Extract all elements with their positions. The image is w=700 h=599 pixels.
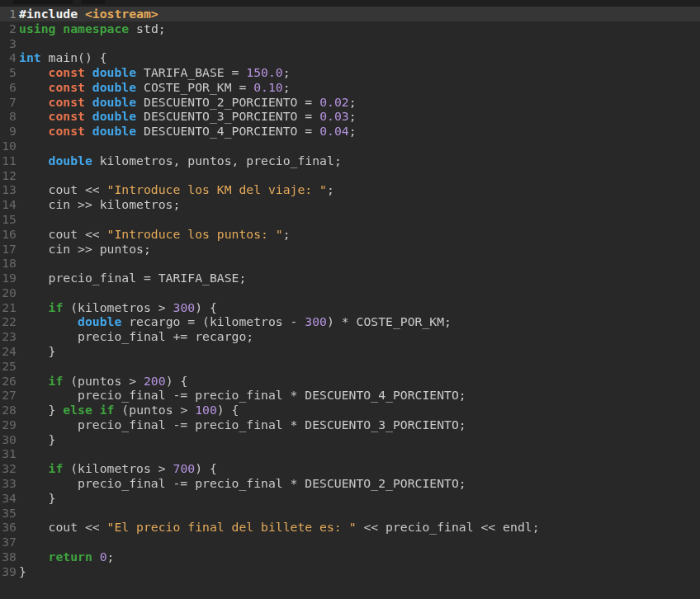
code-line[interactable]: 31 [0, 446, 700, 461]
code-line[interactable]: 6 const double COSTE_POR_KM = 0.10; [0, 80, 700, 95]
code-line[interactable]: 35 [0, 506, 700, 521]
code-line[interactable]: 17 cin >> puntos; [0, 242, 700, 257]
code-line[interactable]: 4int main() { [0, 50, 700, 65]
code-token-default: cin >> puntos; [19, 242, 151, 256]
code-token-number: 0 [100, 549, 107, 564]
code-token-default [19, 549, 49, 564]
line-number: 19 [0, 271, 17, 285]
code-line[interactable]: 3 [0, 36, 700, 51]
code-text: cin >> kilometros; [19, 197, 180, 212]
code-line[interactable]: 10 [0, 139, 700, 153]
code-token-include_path: <iostream> [85, 7, 158, 21]
code-line[interactable]: 20 [0, 285, 700, 300]
code-token-default: } [19, 432, 55, 446]
code-token-default: ; [349, 109, 357, 123]
code-token-default: precio_final += recargo; [19, 329, 253, 343]
line-number: 34 [0, 491, 17, 506]
code-token-keyword: if [49, 461, 64, 475]
code-line[interactable]: 36 cout << "El precio final del billete … [0, 520, 700, 535]
code-token-default: recargo = (kilometros - [121, 314, 305, 328]
code-token-default: ) { [195, 300, 217, 314]
code-token-number: 100 [195, 403, 217, 417]
code-token-default: ; [283, 65, 291, 79]
line-number: 11 [0, 153, 17, 168]
code-token-number: 700 [173, 461, 196, 475]
code-token-default: DESCUENTO_2_PORCIENTO = [136, 95, 319, 109]
code-line[interactable]: 8 const double DESCUENTO_3_PORCIENTO = 0… [0, 109, 700, 124]
code-token-type: double [92, 95, 136, 109]
code-text: const double DESCUENTO_2_PORCIENTO = 0.0… [19, 95, 357, 110]
code-line[interactable]: 37 [0, 535, 700, 549]
code-token-default: TARIFA_BASE = [136, 65, 246, 79]
line-number: 36 [0, 520, 17, 535]
code-token-default [19, 124, 49, 138]
code-token-default: precio_final -= precio_final * DESCUENTO… [19, 476, 466, 490]
code-token-modifier: const [49, 65, 85, 79]
code-token-default: (puntos > [114, 403, 195, 417]
code-token-default [19, 374, 49, 388]
code-line[interactable]: 27 precio_final -= precio_final * DESCUE… [0, 388, 700, 403]
code-token-default: cout << [19, 227, 107, 241]
code-line[interactable]: 28 } else if (puntos > 100) { [0, 403, 700, 417]
code-token-keyword: using [19, 21, 55, 35]
code-token-default: } [19, 491, 55, 505]
code-line[interactable]: 24 } [0, 344, 700, 359]
code-editor[interactable]: 1#include <iostream>2using namespace std… [0, 7, 700, 599]
code-line[interactable]: 14 cin >> kilometros; [0, 197, 700, 212]
code-text: #include <iostream> [19, 7, 158, 21]
code-line[interactable]: 18 [0, 256, 700, 271]
code-token-type: double [49, 153, 92, 167]
code-text: precio_final = TARIFA_BASE; [19, 271, 246, 285]
code-text: precio_final -= precio_final * DESCUENTO… [19, 476, 466, 491]
code-token-number: 200 [144, 374, 166, 388]
code-token-default [55, 21, 63, 35]
code-line[interactable]: 23 precio_final += recargo; [0, 329, 700, 344]
code-line[interactable]: 1#include <iostream> [0, 7, 700, 21]
code-line[interactable]: 13 cout << "Introduce los KM del viaje: … [0, 182, 700, 197]
code-line[interactable]: 5 const double TARIFA_BASE = 150.0; [0, 65, 700, 80]
code-line[interactable]: 19 precio_final = TARIFA_BASE; [0, 271, 700, 285]
code-token-default: << precio_final << endl; [357, 520, 540, 534]
code-text: cout << "El precio final del billete es:… [19, 520, 540, 535]
code-line[interactable]: 26 if (puntos > 200) { [0, 374, 700, 389]
code-text: } [19, 564, 26, 579]
code-token-type: double [92, 65, 136, 79]
code-token-number: 0.03 [319, 109, 349, 123]
code-line[interactable]: 15 [0, 212, 700, 227]
code-line[interactable]: 34 } [0, 491, 700, 506]
line-number: 9 [0, 124, 17, 139]
code-line[interactable]: 16 cout << "Introduce los puntos: "; [0, 227, 700, 242]
code-text: } [19, 491, 55, 506]
code-token-default [19, 109, 49, 123]
line-number: 24 [0, 344, 17, 359]
code-line[interactable]: 22 double recargo = (kilometros - 300) *… [0, 314, 700, 329]
code-token-number: 0.04 [319, 124, 349, 138]
code-line[interactable]: 29 precio_final -= precio_final * DESCUE… [0, 417, 700, 432]
code-line[interactable]: 38 return 0; [0, 549, 700, 564]
code-line[interactable]: 7 const double DESCUENTO_2_PORCIENTO = 0… [0, 95, 700, 110]
line-number: 25 [0, 359, 17, 374]
line-number: 32 [0, 461, 17, 476]
code-line[interactable]: 25 [0, 359, 700, 374]
code-token-default: cout << [19, 182, 107, 196]
code-token-default [85, 80, 92, 94]
code-token-default: } [19, 564, 26, 578]
line-number: 31 [0, 446, 17, 461]
code-line[interactable]: 30 } [0, 432, 700, 447]
code-line[interactable]: 39} [0, 564, 700, 579]
code-token-default [19, 65, 49, 79]
code-line[interactable]: 2using namespace std; [0, 21, 700, 36]
line-number: 1 [0, 7, 17, 21]
code-line[interactable]: 32 if (kilometros > 700) { [0, 461, 700, 476]
code-line[interactable]: 12 [0, 168, 700, 183]
code-text: cin >> puntos; [19, 242, 151, 257]
line-number: 3 [0, 36, 17, 51]
code-token-default: cin >> kilometros; [19, 197, 180, 211]
line-number: 5 [0, 65, 17, 80]
code-line[interactable]: 9 const double DESCUENTO_4_PORCIENTO = 0… [0, 124, 700, 139]
code-line[interactable]: 21 if (kilometros > 300) { [0, 300, 700, 315]
code-token-default: ; [349, 95, 357, 109]
code-line[interactable]: 33 precio_final -= precio_final * DESCUE… [0, 476, 700, 491]
code-line[interactable]: 11 double kilometros, puntos, precio_fin… [0, 153, 700, 168]
code-token-default: COSTE_POR_KM = [136, 80, 253, 94]
